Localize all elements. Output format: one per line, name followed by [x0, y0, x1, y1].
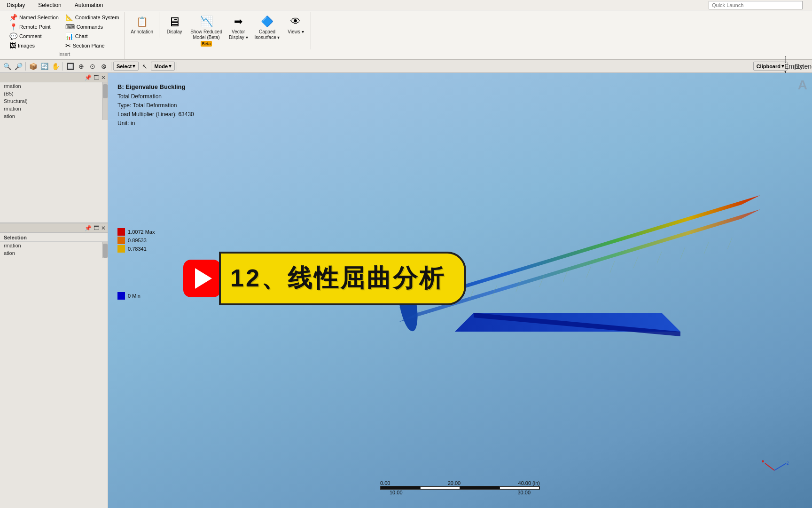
comment-btn[interactable]: 💬 Comment	[8, 32, 61, 40]
restore-icon[interactable]: 🗔	[94, 74, 99, 81]
zoom-all-btn[interactable]: ⊕	[76, 61, 86, 71]
scale-labels-top: 0.00 20.00 40.00 (in)	[380, 480, 540, 486]
chart-icon: 📊	[65, 32, 73, 40]
scale-labels-bot: 10.00 30.00	[380, 490, 540, 495]
sel-tree-item-1[interactable]: rmation	[0, 242, 102, 249]
left-panel-top-scrollbar[interactable]	[102, 82, 108, 120]
menu-automation[interactable]: Automation	[72, 1, 106, 9]
fit-btn[interactable]: 📦	[28, 61, 38, 71]
axis-svg: Z ●	[760, 456, 789, 484]
selection-tree: rmation ation	[0, 242, 102, 258]
close-bottom-panel-btn[interactable]: ✕	[101, 225, 106, 231]
section-plane-btn[interactable]: ✂ Section Plane	[63, 41, 121, 50]
clipboard-dropdown-btn[interactable]: Clipboard ▾	[753, 62, 788, 71]
sel-tree-item-2[interactable]: ation	[0, 249, 102, 257]
model-info-overlay: B: Eigenvalue Buckling Total Deformation…	[117, 82, 194, 128]
vector-display-icon: ➡	[231, 14, 246, 29]
clipboard-arrow-icon: ▾	[781, 63, 784, 69]
tree-item-1[interactable]: rmation	[0, 82, 102, 90]
zoom-in-btn[interactable]: 🔍	[2, 61, 12, 71]
coord-system-icon: 📐	[65, 14, 73, 21]
tree-item-2[interactable]: (B5)	[0, 90, 102, 97]
menu-display[interactable]: Display	[4, 1, 28, 9]
legend-val2-label: 0.78341	[128, 246, 147, 252]
section-plane-icon: ✂	[65, 42, 71, 49]
mode-label: Mode	[154, 64, 168, 69]
zoom-reset-btn[interactable]: ⊗	[99, 61, 109, 71]
scale-line	[380, 486, 540, 490]
legend-color-max	[117, 228, 125, 236]
zoom-area-btn[interactable]: 🔲	[65, 61, 75, 71]
capped-isosurface-icon: 🔷	[260, 14, 275, 29]
model-line2: Type: Total Deformation	[117, 101, 194, 110]
toolbar-sep-1	[25, 62, 26, 71]
tree-item-4[interactable]: rmation	[0, 105, 102, 112]
rotate-btn[interactable]: 🔄	[39, 61, 49, 71]
annotation-icon: 📋	[134, 14, 149, 29]
pin-bottom-icon[interactable]: 📌	[85, 225, 92, 231]
svg-line-18	[774, 463, 786, 470]
legend-min: 0 Min	[117, 292, 155, 300]
scale-label-0: 0.00	[380, 480, 390, 486]
scrollbar-thumb-2	[103, 244, 108, 258]
close-top-panel-btn[interactable]: ✕	[101, 74, 106, 81]
zoom-out-btn[interactable]: 🔎	[13, 61, 23, 71]
cursor-icon: ↖	[140, 61, 150, 71]
legend-val1: 0.89533	[117, 237, 155, 244]
views-icon: 👁	[288, 14, 303, 29]
extend-btn[interactable]: Extend	[800, 61, 810, 71]
svg-line-19	[765, 463, 774, 470]
remote-point-btn[interactable]: 📍 Remote Point	[8, 23, 61, 31]
select-dropdown-btn[interactable]: Select ▾	[113, 62, 139, 71]
insert-group-label: Insert	[58, 52, 70, 57]
show-reduced-btn[interactable]: 📉 Show ReducedModel (Beta) Beta	[188, 13, 224, 48]
views-btn[interactable]: 👁 Views ▾	[284, 13, 307, 36]
display-btn[interactable]: 🖥 Display	[163, 13, 186, 36]
images-btn[interactable]: 🖼 Images	[8, 41, 61, 50]
restore-bottom-icon[interactable]: 🗔	[94, 225, 99, 231]
capped-isosurface-btn[interactable]: 🔷 CappedIsosurface ▾	[253, 13, 282, 41]
tree-item-5[interactable]: ation	[0, 112, 102, 120]
left-panel-bottom-scrollbar[interactable]	[102, 242, 108, 258]
scale-bar: 0.00 20.00 40.00 (in) 10.00 30.00	[380, 480, 540, 495]
chart-btn[interactable]: 📊 Chart	[63, 32, 121, 40]
model-title: B: Eigenvalue Buckling	[117, 82, 194, 92]
named-selection-btn[interactable]: 📌 Named Selection	[8, 13, 61, 22]
vector-display-btn[interactable]: ➡ VectorDisplay ▾	[227, 13, 250, 41]
selection-label: Selection	[0, 233, 108, 242]
show-reduced-label: Show ReducedModel (Beta)	[190, 29, 222, 40]
legend-val2: 0.78341	[117, 245, 155, 253]
comment-icon: 💬	[9, 32, 17, 40]
zoom-sel-btn[interactable]: ⊙	[87, 61, 98, 71]
left-panel-top: 📌 🗔 ✕ rmation (B5) Structural) rmation a…	[0, 73, 108, 223]
show-reduced-icon: 📉	[199, 14, 214, 29]
left-panel-top-header: 📌 🗔 ✕	[0, 73, 108, 82]
menu-selection[interactable]: Selection	[35, 1, 64, 9]
mode-arrow-icon: ▾	[169, 63, 172, 69]
left-panel-bottom: 📌 🗔 ✕ Selection rmation ation	[0, 223, 108, 508]
legend-color-min	[117, 292, 125, 300]
viewport: A B: Eigenvalue Buckling Total Deformati…	[108, 73, 812, 508]
annotation-btn[interactable]: 📋 Annotation	[129, 13, 155, 36]
youtube-overlay: 12、线性屈曲分析	[183, 252, 466, 305]
svg-text:●: ●	[761, 458, 765, 464]
mode-dropdown-btn[interactable]: Mode ▾	[151, 62, 175, 71]
commands-btn[interactable]: ⌨ Commands	[63, 23, 121, 31]
pin-icon[interactable]: 📌	[85, 74, 92, 81]
left-panel-top-content: rmation (B5) Structural) rmation ation	[0, 82, 108, 120]
annotation-label: Annotation	[131, 29, 153, 35]
model-line1: Total Deformation	[117, 92, 194, 101]
toolbar-sep-3	[111, 62, 111, 71]
youtube-logo	[183, 260, 221, 297]
coord-system-btn[interactable]: 📐 Coordinate System	[63, 13, 121, 22]
quick-launch-input[interactable]	[709, 1, 803, 9]
capped-isosurface-label: CappedIsosurface ▾	[255, 29, 280, 40]
tree-item-3[interactable]: Structural)	[0, 97, 102, 105]
ribbon-insert-group: 📌 Named Selection 📍 Remote Point 💬 Comme…	[4, 12, 125, 59]
pan-btn[interactable]: ✋	[50, 61, 61, 71]
toolbar-sep-2	[62, 62, 63, 71]
corner-a-label: A	[798, 78, 807, 93]
svg-line-14	[704, 242, 709, 254]
scale-label-10: 10.00	[390, 490, 403, 495]
color-legend: 1.0072 Max 0.89533 0.78341 0 Min	[117, 228, 155, 300]
